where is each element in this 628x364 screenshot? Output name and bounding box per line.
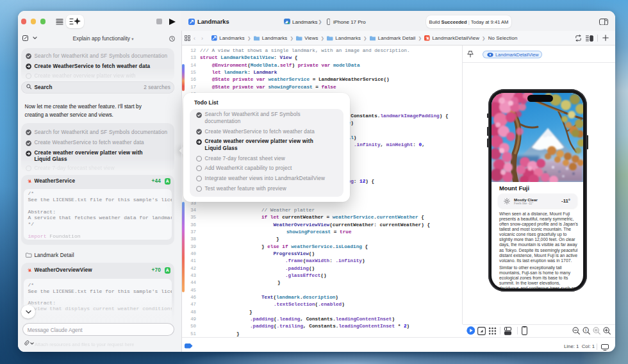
svg-text:1: 1 bbox=[584, 328, 586, 332]
